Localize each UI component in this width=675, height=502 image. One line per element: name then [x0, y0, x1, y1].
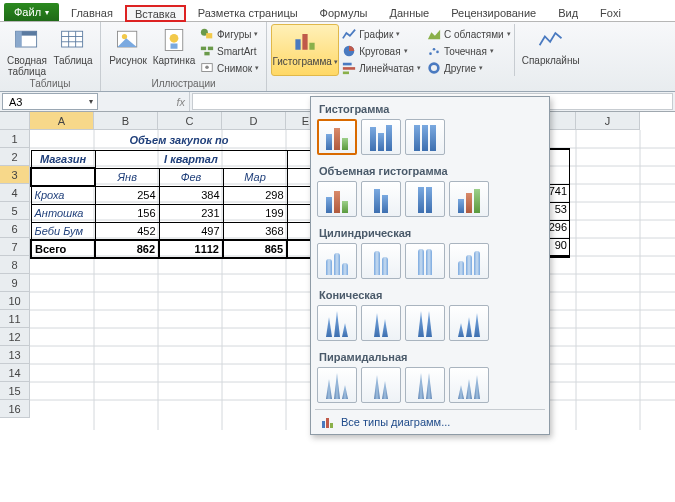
row-header[interactable]: 13 — [0, 346, 30, 364]
row-header[interactable]: 15 — [0, 382, 30, 400]
chart-thumb-100stacked[interactable] — [405, 119, 445, 155]
shop-name: Антошка — [31, 204, 95, 222]
col-group: I квартал — [95, 150, 287, 168]
chart-thumb-pyr-100stacked[interactable] — [405, 367, 445, 403]
row-header[interactable]: 11 — [0, 310, 30, 328]
gallery-section-volume: Объемная гистограмма — [315, 161, 545, 179]
sparklines-button[interactable]: Спарклайны — [519, 24, 583, 66]
tab-file[interactable]: Файл ▾ — [4, 3, 59, 21]
chart-thumb-cone-100stacked[interactable] — [405, 305, 445, 341]
col-header[interactable]: C — [158, 112, 222, 130]
row-header[interactable]: 3 — [0, 166, 30, 184]
svg-rect-22 — [310, 43, 315, 50]
chart-thumb-cone-3d[interactable] — [449, 305, 489, 341]
dropdown-icon: ▾ — [254, 30, 258, 38]
line-chart-button[interactable]: График▾ — [339, 26, 424, 42]
month-label: Фев — [159, 168, 223, 186]
svg-rect-25 — [343, 67, 355, 70]
chart-thumb-cyl-100stacked[interactable] — [405, 243, 445, 279]
row-header[interactable]: 5 — [0, 202, 30, 220]
data-cell: 254 — [95, 186, 159, 204]
chart-thumb-cone-stacked[interactable] — [361, 305, 401, 341]
dropdown-icon: ▾ — [45, 8, 49, 17]
table-button[interactable]: Таблица — [50, 24, 96, 77]
row-header[interactable]: 1 — [0, 130, 30, 148]
row-header[interactable]: 12 — [0, 328, 30, 346]
totals-label: Всего — [31, 240, 95, 258]
data-table: Объем закупок по Магазин I квартал Янв Ф… — [30, 130, 328, 259]
picture-icon — [113, 26, 143, 54]
select-all-corner[interactable] — [0, 112, 30, 130]
name-box-value: A3 — [9, 96, 22, 108]
chart-thumb-3d-100stacked[interactable] — [405, 181, 445, 217]
tab-home[interactable]: Главная — [61, 4, 123, 21]
dropdown-icon[interactable]: ▾ — [89, 97, 93, 106]
row-header[interactable]: 9 — [0, 274, 30, 292]
month-label: Янв — [95, 168, 159, 186]
chart-thumb-3d-stacked[interactable] — [361, 181, 401, 217]
row-header[interactable]: 16 — [0, 400, 30, 418]
scatter-chart-icon — [427, 44, 441, 58]
col-header[interactable]: B — [94, 112, 158, 130]
chart-thumb-cyl-stacked[interactable] — [361, 243, 401, 279]
data-cell: 368 — [223, 222, 287, 240]
clipart-button[interactable]: Картинка — [151, 24, 197, 76]
tab-formulas[interactable]: Формулы — [310, 4, 378, 21]
smartart-button[interactable]: SmartArt — [197, 43, 262, 59]
fx-icon[interactable]: fx — [176, 96, 185, 108]
chart-thumb-3d-clustered[interactable] — [317, 181, 357, 217]
row-header[interactable]: 8 — [0, 256, 30, 274]
month-label: Мар — [223, 168, 287, 186]
svg-rect-55 — [326, 418, 329, 428]
other-charts-label: Другие — [444, 63, 476, 74]
screenshot-button[interactable]: Снимок▾ — [197, 60, 262, 76]
picture-button[interactable]: Рисунок — [105, 24, 151, 76]
col-header[interactable]: D — [222, 112, 286, 130]
chart-thumb-pyr-3d[interactable] — [449, 367, 489, 403]
chart-thumb-pyr-stacked[interactable] — [361, 367, 401, 403]
smartart-icon — [200, 44, 214, 58]
chart-thumb-cyl-clustered[interactable] — [317, 243, 357, 279]
row-header[interactable]: 14 — [0, 364, 30, 382]
bar-chart-button[interactable]: Линейчатая▾ — [339, 60, 424, 76]
name-box[interactable]: A3 ▾ — [2, 93, 98, 110]
gallery-section-cylinder: Цилиндрическая — [315, 223, 545, 241]
chart-thumb-clustered[interactable] — [317, 119, 357, 155]
histogram-button[interactable]: Гистограмма▾ — [271, 24, 339, 76]
row-header[interactable]: 7 — [0, 238, 30, 256]
pivottable-button[interactable]: Сводная таблица — [4, 24, 50, 77]
scatter-chart-button[interactable]: Точечная▾ — [424, 43, 514, 59]
area-chart-button[interactable]: С областями▾ — [424, 26, 514, 42]
tab-data[interactable]: Данные — [379, 4, 439, 21]
pivottable-label: Сводная таблица — [7, 55, 47, 77]
tab-page-layout[interactable]: Разметка страницы — [188, 4, 308, 21]
shapes-button[interactable]: Фигуры▾ — [197, 26, 262, 42]
other-charts-button[interactable]: Другие▾ — [424, 60, 514, 76]
row-header[interactable]: 2 — [0, 148, 30, 166]
chart-thumb-cyl-3d[interactable] — [449, 243, 489, 279]
table-label: Таблица — [53, 55, 92, 66]
chart-thumb-3d-column[interactable] — [449, 181, 489, 217]
shop-name: Кроха — [31, 186, 95, 204]
pie-chart-button[interactable]: Круговая▾ — [339, 43, 424, 59]
chart-thumb-stacked[interactable] — [361, 119, 401, 155]
col-header[interactable]: A — [30, 112, 94, 130]
chart-types-icon — [321, 415, 335, 429]
chart-thumb-pyr-clustered[interactable] — [317, 367, 357, 403]
tab-review[interactable]: Рецензирование — [441, 4, 546, 21]
tab-view[interactable]: Вид — [548, 4, 588, 21]
row-header[interactable]: 4 — [0, 184, 30, 202]
tab-insert[interactable]: Вставка — [125, 5, 186, 22]
line-chart-label: График — [359, 29, 393, 40]
sparklines-icon — [536, 26, 566, 54]
clipart-label: Картинка — [153, 55, 196, 66]
data-cell: 199 — [223, 204, 287, 222]
histogram-gallery: Гистограмма Объемная гистограмма Цилиндр… — [310, 96, 550, 435]
tab-foxit[interactable]: Foxi — [590, 4, 631, 21]
row-header[interactable]: 10 — [0, 292, 30, 310]
row-header[interactable]: 6 — [0, 220, 30, 238]
all-chart-types-button[interactable]: Все типы диаграмм... — [315, 409, 545, 434]
col-header[interactable]: J — [576, 112, 640, 130]
active-cell[interactable] — [31, 168, 95, 186]
chart-thumb-cone-clustered[interactable] — [317, 305, 357, 341]
